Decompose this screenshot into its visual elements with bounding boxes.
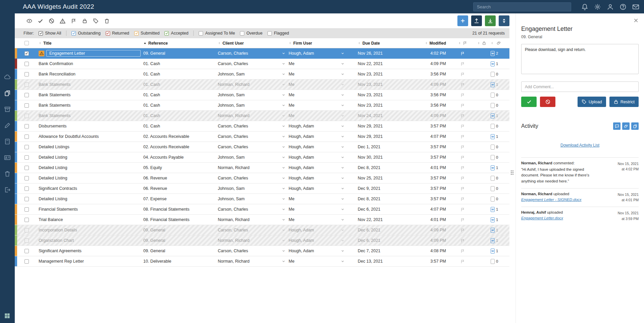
- row-checkbox[interactable]: [24, 207, 29, 212]
- download-activity-link[interactable]: Download Activity List: [560, 143, 599, 148]
- firm-user-select[interactable]: Me: [289, 59, 349, 69]
- attachments[interactable]: W 1: [489, 215, 509, 225]
- client-user-select[interactable]: Norman, Richard: [218, 215, 289, 225]
- client-user-select[interactable]: Johnson, Sam: [218, 183, 289, 194]
- flag-toggle[interactable]: [451, 235, 474, 246]
- firm-user-select[interactable]: Me: [289, 100, 349, 110]
- firm-user-select[interactable]: Hough, Adam: [289, 225, 349, 235]
- flag-toggle[interactable]: [451, 152, 474, 162]
- preview-icon[interactable]: [25, 16, 34, 25]
- row-checkbox[interactable]: [24, 238, 29, 243]
- table-row[interactable]: Disbursements 01. Cash Carson, Charles H…: [15, 121, 509, 131]
- return-icon[interactable]: [47, 16, 56, 25]
- table-row[interactable]: Incorporation Details 09. General Carson…: [15, 225, 509, 235]
- firm-user-select[interactable]: Me: [289, 69, 349, 79]
- sidebar-item-trash[interactable]: [4, 170, 11, 177]
- firm-user-select[interactable]: Me: [289, 79, 349, 90]
- reorder-button[interactable]: [499, 15, 509, 26]
- attachments[interactable]: 0: [489, 121, 509, 131]
- sidebar-item-calculator[interactable]: [4, 138, 11, 145]
- flag-toggle[interactable]: [451, 48, 474, 58]
- attachments[interactable]: W 1: [489, 111, 509, 121]
- upload-button[interactable]: Upload: [578, 97, 606, 107]
- flag-toggle[interactable]: [451, 225, 474, 235]
- table-row[interactable]: Allowance for Doubtful Accounts 02. Acco…: [15, 131, 509, 142]
- accept-button[interactable]: [521, 97, 537, 107]
- table-row[interactable]: Bank Statements 01. Cash Norman, Richard…: [15, 111, 509, 121]
- row-checkbox[interactable]: [24, 83, 29, 87]
- row-checkbox[interactable]: [24, 72, 29, 76]
- row-checkbox[interactable]: [24, 186, 29, 191]
- firm-user-select[interactable]: Hough, Adam: [289, 142, 349, 152]
- firm-user-select[interactable]: Me: [289, 90, 349, 100]
- flag-toggle[interactable]: [451, 90, 474, 100]
- attachments[interactable]: W 2: [489, 48, 509, 58]
- row-checkbox[interactable]: [24, 249, 29, 253]
- attachments[interactable]: 0: [489, 100, 509, 110]
- filter-checkbox[interactable]: [164, 31, 169, 36]
- attachments[interactable]: 0: [489, 183, 509, 194]
- row-checkbox[interactable]: [24, 124, 29, 128]
- firm-user-select[interactable]: Hough, Adam: [289, 152, 349, 162]
- table-row[interactable]: Significant Agreements 09. General Carso…: [15, 246, 509, 256]
- warning-icon[interactable]: [58, 16, 67, 25]
- flag-toggle[interactable]: [451, 69, 474, 79]
- row-checkbox[interactable]: [24, 218, 29, 222]
- table-row[interactable]: Bank Confirmation 01. Cash Carson, Charl…: [15, 59, 509, 69]
- column-header-attachments[interactable]: [489, 38, 509, 48]
- table-row[interactable]: Bank Statements 01. Cash Norman, Richard…: [15, 79, 509, 90]
- firm-user-select[interactable]: Me: [289, 204, 349, 214]
- attachments[interactable]: W 1: [489, 131, 509, 142]
- attachments[interactable]: W 1: [489, 79, 509, 90]
- flag-toggle[interactable]: [451, 142, 474, 152]
- client-user-select[interactable]: Norman, Richard: [218, 256, 289, 266]
- client-user-select[interactable]: Carson, Charles: [218, 142, 289, 152]
- client-user-select[interactable]: Carson, Charles: [218, 131, 289, 142]
- firm-user-select[interactable]: Hough, Adam: [289, 246, 349, 256]
- close-icon[interactable]: [633, 17, 639, 23]
- row-checkbox[interactable]: [24, 62, 29, 66]
- activity-file-link[interactable]: Engagement Letter - SIGNED.docx: [521, 198, 582, 202]
- attachments[interactable]: W 1: [489, 204, 509, 214]
- row-checkbox[interactable]: [24, 93, 29, 97]
- select-all-checkbox[interactable]: [24, 41, 29, 45]
- request-title-field[interactable]: Engagement Letter: [46, 50, 141, 57]
- flag-toggle[interactable]: [451, 121, 474, 131]
- firm-user-select[interactable]: Hough, Adam: [289, 183, 349, 194]
- panel-resize-handle[interactable]: [511, 170, 513, 175]
- column-header-due-date[interactable]: Due Date: [349, 38, 416, 48]
- row-checkbox[interactable]: [24, 166, 29, 170]
- client-user-select[interactable]: Norman, Richard: [218, 111, 289, 121]
- download-button[interactable]: [485, 15, 496, 26]
- filter-checkbox[interactable]: [199, 31, 203, 36]
- client-user-select[interactable]: Johnson, Sam: [218, 152, 289, 162]
- table-row[interactable]: Detailed Listings 02. Accounts Receivabl…: [15, 142, 509, 152]
- app-grid-icon[interactable]: [4, 313, 10, 319]
- settings-icon[interactable]: [594, 3, 601, 10]
- filter-checkbox[interactable]: [39, 31, 43, 36]
- firm-user-select[interactable]: Hough, Adam: [289, 48, 349, 58]
- attachments[interactable]: 0: [489, 194, 509, 204]
- client-user-select[interactable]: Carson, Charles: [218, 59, 289, 69]
- accept-icon[interactable]: [36, 16, 45, 25]
- row-checkbox[interactable]: [24, 259, 29, 264]
- client-user-select[interactable]: Johnson, Sam: [218, 69, 289, 79]
- row-checkbox[interactable]: [24, 51, 29, 56]
- flag-toggle[interactable]: [451, 79, 474, 90]
- comments-filter-icon[interactable]: [613, 122, 621, 130]
- return-button[interactable]: [540, 97, 555, 107]
- firm-user-select[interactable]: Hough, Adam: [289, 235, 349, 246]
- sidebar-item-archive[interactable]: [4, 106, 11, 113]
- log-filter-icon[interactable]: [631, 122, 639, 130]
- client-user-select[interactable]: Carson, Charles: [218, 121, 289, 131]
- row-checkbox[interactable]: [24, 114, 29, 118]
- delete-icon[interactable]: [102, 16, 111, 25]
- firm-user-select[interactable]: Me: [289, 215, 349, 225]
- search-input[interactable]: [473, 2, 571, 11]
- sidebar-item-logout[interactable]: [4, 186, 11, 193]
- table-row[interactable]: Organization Chart 09. General Norman, R…: [15, 235, 509, 246]
- filter-option[interactable]: Submitted: [134, 31, 159, 36]
- column-header-title[interactable]: Title: [36, 38, 143, 48]
- table-row[interactable]: Financial Statements 08. Financial State…: [15, 204, 509, 215]
- help-icon[interactable]: [620, 3, 627, 10]
